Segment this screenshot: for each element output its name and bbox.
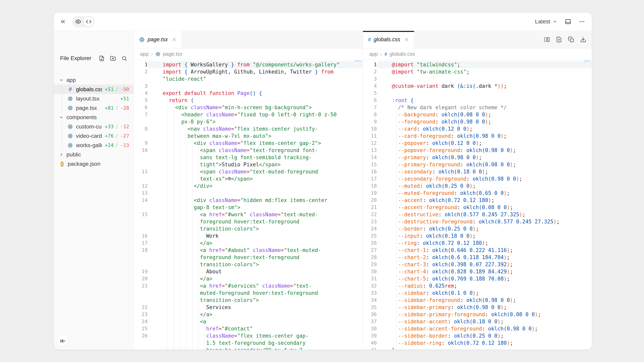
editor-page-tsx: page.tsx app › page.tsx 1imp [134, 31, 363, 350]
breadcrumb-folder[interactable]: app [369, 51, 378, 57]
breadcrumb-file[interactable]: page.tsx [163, 51, 182, 57]
tree-file-package.json[interactable]: {}package.json [54, 159, 134, 169]
code-line: 8<nav className="flex items-center justi… [134, 125, 363, 140]
tree-file-works-galler-[interactable]: works-galler…+24/-13 [54, 141, 134, 150]
split-panel-icon [544, 36, 550, 43]
code-line-text: --secondary: oklch(0.18 0 0); [392, 168, 592, 175]
json-braces-icon: {} [59, 161, 65, 167]
line-number: 3 [134, 82, 148, 90]
diff-view-button[interactable] [556, 36, 562, 43]
tab-page-tsx[interactable]: page.tsx [134, 31, 182, 48]
tree-folder-components[interactable]: components [54, 113, 134, 122]
code-line: 14--primary: oklch(0.98 0 0); [363, 154, 592, 161]
tree-folder-app[interactable]: app [54, 75, 134, 85]
lines-added: +51 [105, 86, 114, 92]
chevron-down-icon [552, 19, 557, 24]
code-area-globals-css[interactable]: 1@import "tailwindcss";2@import "tw-anim… [363, 60, 592, 350]
code-line: 25href="#contact" [134, 325, 363, 332]
download-button[interactable] [580, 36, 586, 43]
close-tab-button[interactable] [172, 37, 176, 42]
code-line: 6:root { [363, 97, 592, 104]
breadcrumb-globals-css: app › # globals.css [363, 48, 592, 60]
code-line: 7/* New dark elegant color scheme */ [363, 104, 592, 111]
code-line: 15<a href="#work" className="text-muted-… [134, 211, 363, 232]
diff-stats: +51/-50 [105, 86, 129, 92]
app-window: Latest [54, 12, 592, 350]
version-dropdown[interactable]: Latest [535, 18, 557, 25]
line-number: 1 [363, 61, 377, 68]
new-file-button[interactable] [99, 55, 104, 61]
breadcrumb-file[interactable]: globals.css [390, 51, 415, 57]
code-line-text: Work [163, 232, 315, 240]
tree-item-label: video-card.tsx [76, 133, 102, 139]
tabstrip-page-tsx: page.tsx [134, 31, 363, 48]
line-number: 25 [134, 325, 148, 332]
code-area-page-tsx[interactable]: 1import { WorksGallery } from "@/compone… [134, 60, 363, 350]
code-line-text [163, 82, 359, 90]
code-line: 40--sidebar-ring: oklch(0.72 0.12 180); [363, 340, 592, 347]
line-number: 28 [363, 254, 377, 261]
download-icon [580, 36, 586, 43]
new-folder-button[interactable] [110, 55, 116, 61]
line-number: 2 [134, 68, 148, 82]
collapse-panel-button[interactable] [60, 18, 66, 25]
tree-file-page.tsx[interactable]: page.tsx+81/-28 [54, 103, 134, 113]
diff-stats: +76/-27 [105, 133, 129, 139]
code-line-text: </a> [163, 311, 322, 318]
collapse-file-explorer-button[interactable] [57, 336, 68, 346]
code-line-text: <div className="hidden md:flex items-cen… [163, 197, 328, 211]
line-number: 12 [363, 140, 377, 147]
lines-removed: -27 [120, 133, 129, 139]
code-line: 18<a href="#about" className="text-muted… [134, 247, 363, 268]
code-line: 14<div className="hidden md:flex items-c… [134, 197, 363, 211]
code-line-text: </a> [163, 275, 322, 282]
line-number: 20 [363, 197, 377, 204]
code-line: 36--sidebar-primary-foreground: oklch(0.… [363, 311, 592, 318]
tab-globals-css[interactable]: # globals.css [363, 31, 414, 48]
line-number: 24 [134, 318, 148, 325]
code-line: 19About [134, 268, 363, 275]
line-number: 38 [363, 325, 377, 332]
line-number: 12 [134, 182, 148, 190]
lines-removed: -13 [120, 142, 129, 148]
tree-item-label: page.tsx [76, 105, 102, 111]
line-number: 22 [363, 211, 377, 218]
react-icon [139, 37, 145, 43]
code-line: 18--muted: oklch(0.25 0 0); [363, 182, 592, 190]
code-line: 2import { ArrowUpRight, Github, Linkedin… [134, 68, 363, 82]
diff-separator: / [116, 86, 118, 92]
code-line: 5return ( [134, 97, 363, 104]
breadcrumb-folder[interactable]: app [140, 51, 148, 57]
tree-folder-public[interactable]: public [54, 150, 134, 159]
more-options-button[interactable] [579, 18, 585, 25]
code-line: 20--accent: oklch(0.72 0.12 180); [363, 197, 592, 204]
code-line-text [163, 190, 328, 197]
diff-stats: +51 [120, 96, 129, 101]
panel-bottom-icon [565, 18, 571, 25]
diff-separator: / [116, 142, 118, 148]
code-line-text: --accent-foreground: oklch(0.08 0 0); [392, 204, 592, 211]
search-files-button[interactable] [122, 55, 127, 61]
code-line: 10<span className="text-foreground font-… [134, 147, 363, 168]
code-line-text: --card-foreground: oklch(0.98 0 0); [392, 132, 592, 140]
tree-file-custom-curs-[interactable]: custom-curs…+33/-12 [54, 122, 134, 131]
tree-file-globals.css[interactable]: #globals.css+51/-50 [54, 85, 134, 94]
preview-toggle-button[interactable] [73, 17, 83, 26]
code-line: 2@import "tw-animate-css"; [363, 68, 592, 75]
tab-label: globals.css [374, 36, 400, 43]
code-line-text: <span className="text-foreground font-sa… [163, 147, 322, 168]
code-line-text: --popover-foreground: oklch(0.98 0 0); [392, 147, 592, 154]
split-view-button[interactable] [544, 36, 550, 43]
lines-removed: -50 [120, 86, 129, 92]
copy-code-button[interactable] [568, 36, 574, 43]
chevrons-left-icon [60, 18, 66, 25]
line-number: 6 [363, 97, 377, 104]
code-toggle-button[interactable] [83, 17, 94, 26]
close-tab-button[interactable] [404, 37, 409, 42]
search-icon [122, 55, 127, 61]
tree-file-video-card.tsx[interactable]: video-card.tsx+76/-27 [54, 131, 134, 141]
view-toggle [72, 16, 95, 27]
tree-file-layout.tsx[interactable]: layout.tsx+51 [54, 94, 134, 103]
line-number: 14 [363, 154, 377, 161]
panel-bottom-button[interactable] [565, 18, 571, 25]
